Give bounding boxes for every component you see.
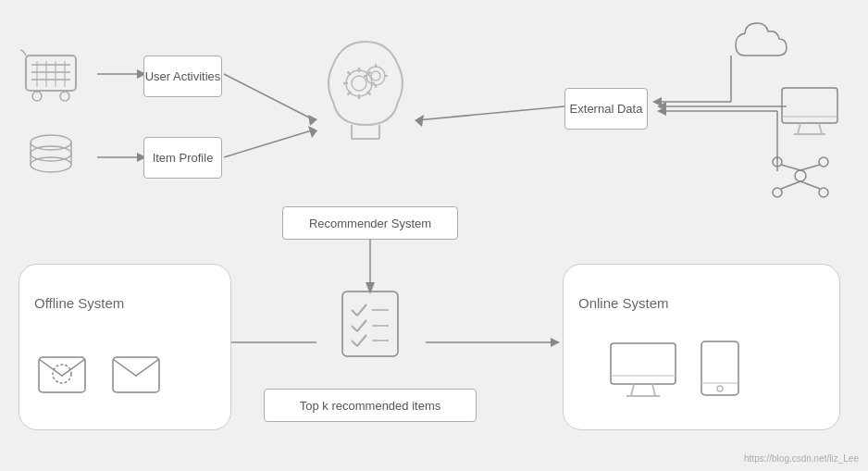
offline-system-label: Offline System bbox=[34, 295, 124, 311]
watermark: https://blog.csdn.net/liz_Lee bbox=[744, 453, 859, 464]
offline-system-box: Offline System bbox=[19, 264, 231, 430]
svg-line-79 bbox=[352, 341, 357, 346]
svg-point-33 bbox=[60, 92, 69, 101]
svg-rect-84 bbox=[113, 357, 159, 392]
recommender-system-box: Recommender System bbox=[282, 206, 458, 240]
svg-line-71 bbox=[800, 181, 820, 189]
item-profile-label: Item Profile bbox=[153, 151, 214, 165]
svg-rect-72 bbox=[342, 291, 398, 356]
svg-point-65 bbox=[819, 157, 828, 167]
svg-rect-85 bbox=[611, 343, 676, 384]
brain-icon bbox=[315, 32, 416, 147]
online-system-label: Online System bbox=[578, 295, 669, 311]
online-system-box: Online System bbox=[563, 264, 840, 430]
top-k-box: Top k recommended items bbox=[264, 389, 477, 422]
svg-line-77 bbox=[357, 320, 366, 331]
database-icon bbox=[26, 131, 77, 186]
svg-line-80 bbox=[357, 335, 366, 346]
svg-rect-58 bbox=[782, 88, 837, 123]
online-desktop-icon bbox=[606, 339, 680, 399]
external-data-box: External Data bbox=[564, 88, 648, 130]
svg-point-91 bbox=[717, 386, 723, 391]
svg-point-67 bbox=[819, 188, 828, 197]
svg-line-73 bbox=[352, 310, 357, 316]
svg-line-48 bbox=[348, 72, 352, 76]
shopping-cart-icon bbox=[19, 48, 83, 107]
svg-point-38 bbox=[31, 146, 71, 161]
network-icon bbox=[768, 148, 833, 207]
user-activities-label: User Activities bbox=[145, 69, 221, 83]
svg-line-16 bbox=[416, 106, 564, 120]
svg-rect-82 bbox=[39, 357, 85, 392]
top-k-label: Top k recommended items bbox=[300, 399, 440, 413]
svg-rect-90 bbox=[701, 341, 738, 395]
svg-line-60 bbox=[819, 123, 822, 134]
svg-point-83 bbox=[53, 365, 71, 383]
svg-line-6 bbox=[224, 130, 315, 157]
recommender-system-label: Recommender System bbox=[309, 217, 431, 230]
svg-point-64 bbox=[773, 157, 782, 167]
svg-rect-24 bbox=[26, 56, 76, 91]
watermark-text: https://blog.csdn.net/liz_Lee bbox=[744, 453, 859, 464]
svg-marker-23 bbox=[551, 338, 560, 347]
svg-line-59 bbox=[798, 123, 800, 134]
monitor-icon bbox=[777, 83, 842, 143]
svg-line-88 bbox=[652, 384, 655, 396]
svg-point-53 bbox=[371, 71, 380, 81]
online-tablet-icon bbox=[697, 339, 743, 399]
svg-line-68 bbox=[781, 165, 800, 170]
diagram: User Activities Item Profile bbox=[0, 0, 868, 471]
svg-line-49 bbox=[367, 92, 371, 95]
svg-point-66 bbox=[773, 188, 782, 197]
checklist-icon bbox=[333, 287, 407, 365]
svg-point-32 bbox=[32, 92, 42, 101]
svg-line-51 bbox=[348, 92, 352, 95]
svg-point-63 bbox=[795, 170, 806, 181]
svg-point-43 bbox=[352, 76, 366, 91]
svg-line-70 bbox=[781, 181, 800, 189]
svg-line-76 bbox=[352, 326, 357, 331]
svg-line-74 bbox=[357, 304, 366, 316]
offline-icon-1 bbox=[34, 348, 90, 399]
offline-icon-2 bbox=[108, 348, 164, 399]
external-data-label: External Data bbox=[570, 102, 643, 116]
svg-line-87 bbox=[631, 384, 634, 396]
item-profile-box: Item Profile bbox=[143, 137, 222, 179]
cloud-icon bbox=[731, 19, 796, 73]
svg-line-69 bbox=[800, 165, 820, 170]
user-activities-box: User Activities bbox=[143, 56, 222, 97]
svg-line-2 bbox=[224, 74, 315, 120]
